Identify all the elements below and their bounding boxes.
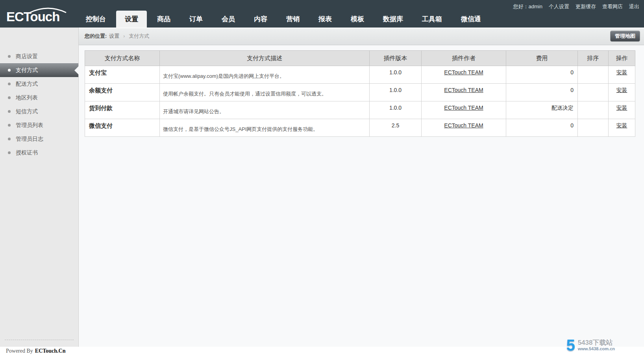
nav-tab-reports[interactable]: 报表 — [310, 11, 341, 28]
bullet-icon — [8, 151, 11, 154]
watermark: 5 5438下载站 www.5438.com.cn — [566, 338, 615, 352]
breadcrumb-section-link[interactable]: 设置 — [109, 33, 119, 40]
column-header-author: 插件作者 — [422, 51, 506, 66]
sidebar-item-label: 支付方式 — [16, 67, 38, 74]
manage-map-button[interactable]: 管理地图 — [610, 31, 640, 42]
fee-value: 0 — [506, 119, 578, 137]
watermark-title: 5438下载站 — [578, 339, 615, 346]
chevron-right-icon: › — [123, 33, 125, 39]
ectouch-logo[interactable]: ECTouch — [6, 9, 59, 24]
table-row: 支付宝 支付宝(www.alipay.com)是国内先进的网上支付平台。 1.0… — [85, 66, 635, 84]
personal-settings-link[interactable]: 个人设置 — [549, 3, 569, 10]
sort-value — [578, 84, 609, 101]
sort-value — [578, 119, 609, 137]
plugin-version: 2.5 — [370, 119, 422, 137]
nav-tab-console[interactable]: 控制台 — [77, 11, 115, 28]
active-arrow-icon — [74, 66, 79, 75]
bullet-icon — [8, 55, 11, 58]
logout-link[interactable]: 退出 — [629, 3, 639, 10]
table-row: 余额支付 使用帐户余额支付。只有会员才能使用，通过设置信用额度，可以透支。 1.… — [85, 84, 635, 101]
install-link[interactable]: 安装 — [616, 87, 627, 93]
logo-swoosh-icon — [29, 6, 67, 14]
powered-by-text: Powered By — [6, 348, 33, 354]
main-panel: 您的位置: 设置 › 支付方式 管理地图 支付方式名称 支付方式描述 插件版本 … — [79, 28, 644, 347]
nav-tab-marketing[interactable]: 营销 — [278, 11, 308, 28]
bullet-icon — [8, 69, 11, 72]
sidebar-item-label: 授权证书 — [16, 149, 38, 156]
plugin-version: 1.0.0 — [370, 101, 422, 119]
sidebar-item-label: 短信方式 — [16, 108, 38, 115]
nav-tab-settings[interactable]: 设置 — [116, 11, 147, 28]
user-greeting: 您好：admin — [513, 3, 542, 10]
nav-tab-templates[interactable]: 模板 — [342, 11, 373, 28]
payment-description: 支付宝(www.alipay.com)是国内先进的网上支付平台。 — [160, 66, 370, 84]
bullet-icon — [8, 83, 11, 85]
sidebar-item-payment-methods[interactable]: 支付方式 — [0, 63, 78, 77]
page-body: 商店设置 支付方式 配送方式 地区列表 短信方式 管理员列表 管理员日志 — [0, 28, 644, 347]
column-header-sort: 排序 — [578, 51, 609, 66]
sidebar-item-label: 管理员日志 — [16, 136, 43, 143]
breadcrumb-current: 支付方式 — [129, 33, 149, 40]
column-header-description: 支付方式描述 — [160, 51, 370, 66]
install-link[interactable]: 安装 — [616, 69, 627, 75]
bullet-icon — [8, 124, 11, 127]
sidebar-item-region-list[interactable]: 地区列表 — [0, 91, 78, 105]
bullet-icon — [8, 96, 11, 99]
column-header-name: 支付方式名称 — [85, 51, 160, 66]
table-row: 货到付款 开通城市请详见网站公告。 1.0.0 ECTouch TEAM 配送决… — [85, 101, 635, 119]
payment-name: 货到付款 — [85, 101, 160, 119]
install-link[interactable]: 安装 — [616, 122, 627, 129]
footer-brand-link[interactable]: ECTouch.Cn — [35, 348, 66, 354]
sidebar-item-shop-settings[interactable]: 商店设置 — [0, 50, 78, 63]
view-shop-link[interactable]: 查看网店 — [602, 3, 623, 10]
app-header: ECTouch 控制台 设置 商品 订单 会员 内容 营销 报表 模板 数据库 … — [0, 0, 644, 28]
column-header-action: 操作 — [609, 51, 635, 66]
breadcrumb-bar: 您的位置: 设置 › 支付方式 管理地图 — [79, 28, 644, 45]
plugin-author-link[interactable]: ECTouch TEAM — [444, 87, 483, 93]
nav-tab-wechat[interactable]: 微信通 — [452, 11, 490, 28]
sidebar-item-label: 地区列表 — [16, 94, 38, 101]
plugin-version: 1.0.0 — [370, 84, 422, 101]
sidebar-item-admin-logs[interactable]: 管理员日志 — [0, 132, 78, 146]
sidebar-item-sms-methods[interactable]: 短信方式 — [0, 105, 78, 118]
payment-methods-table: 支付方式名称 支付方式描述 插件版本 插件作者 费用 排序 操作 支付宝 支付宝… — [85, 50, 635, 137]
table-header-row: 支付方式名称 支付方式描述 插件版本 插件作者 费用 排序 操作 — [85, 51, 635, 66]
plugin-author-link[interactable]: ECTouch TEAM — [444, 105, 483, 111]
bullet-icon — [8, 138, 11, 140]
nav-tab-toolbox[interactable]: 工具箱 — [413, 11, 451, 28]
nav-tab-members[interactable]: 会员 — [213, 11, 244, 28]
fee-value: 0 — [506, 84, 578, 101]
column-header-fee: 费用 — [506, 51, 578, 66]
sidebar-item-admin-list[interactable]: 管理员列表 — [0, 118, 78, 132]
payment-name: 微信支付 — [85, 119, 160, 137]
nav-tab-database[interactable]: 数据库 — [374, 11, 412, 28]
payment-description: 微信支付，是基于微信公众号JS_API网页支付提供的支付服务功能。 — [160, 119, 370, 137]
fee-value: 0 — [506, 66, 578, 84]
settings-sidebar: 商店设置 支付方式 配送方式 地区列表 短信方式 管理员列表 管理员日志 — [0, 28, 79, 347]
breadcrumb-prefix: 您的位置: — [85, 33, 107, 40]
sidebar-item-shipping-methods[interactable]: 配送方式 — [0, 77, 78, 91]
install-link[interactable]: 安装 — [616, 105, 627, 111]
nav-tab-orders[interactable]: 订单 — [181, 11, 211, 28]
sidebar-item-label: 管理员列表 — [16, 122, 43, 129]
payment-description: 开通城市请详见网站公告。 — [160, 101, 370, 119]
table-row: 微信支付 微信支付，是基于微信公众号JS_API网页支付提供的支付服务功能。 2… — [85, 119, 635, 137]
plugin-author-link[interactable]: ECTouch TEAM — [444, 69, 483, 75]
payment-name: 余额支付 — [85, 84, 160, 101]
refresh-cache-link[interactable]: 更新缓存 — [576, 3, 596, 10]
sidebar-item-license[interactable]: 授权证书 — [0, 146, 78, 160]
fee-value: 配送决定 — [506, 101, 578, 119]
sort-value — [578, 101, 609, 119]
payment-name: 支付宝 — [85, 66, 160, 84]
nav-tab-goods[interactable]: 商品 — [148, 11, 179, 28]
main-nav: 控制台 设置 商品 订单 会员 内容 营销 报表 模板 数据库 工具箱 微信通 — [77, 11, 490, 28]
payment-description: 使用帐户余额支付。只有会员才能使用，通过设置信用额度，可以透支。 — [160, 84, 370, 101]
sidebar-item-label: 配送方式 — [16, 81, 38, 88]
nav-tab-content[interactable]: 内容 — [245, 11, 276, 28]
content-area: 支付方式名称 支付方式描述 插件版本 插件作者 费用 排序 操作 支付宝 支付宝… — [79, 45, 644, 347]
plugin-version: 1.0.0 — [370, 66, 422, 84]
sort-value — [578, 66, 609, 84]
plugin-author-link[interactable]: ECTouch TEAM — [444, 122, 483, 129]
5438-logo-icon: 5 — [566, 338, 575, 352]
sidebar-item-label: 商店设置 — [16, 53, 38, 60]
